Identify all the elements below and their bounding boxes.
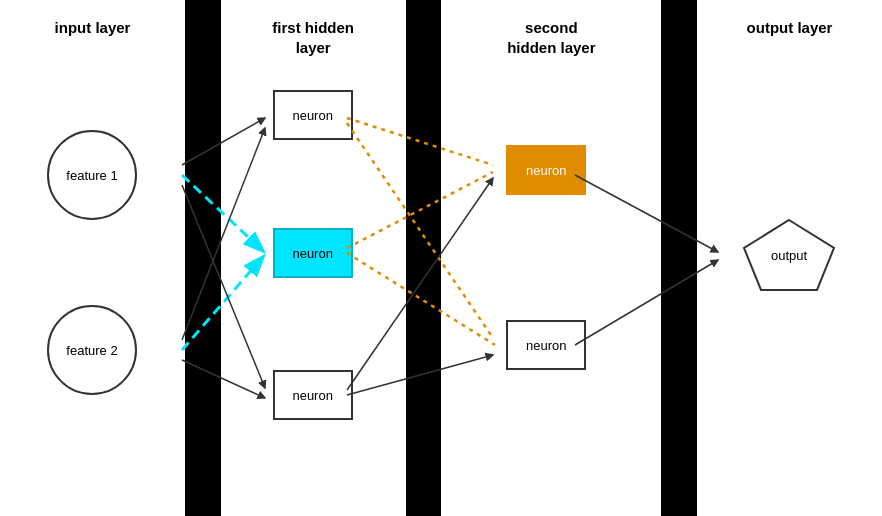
pentagon-svg: output [739,215,839,295]
second-hidden-neuron2: neuron [506,320,586,370]
neuron2-label: neuron [292,246,332,261]
input-layer-panel: input layer feature 1 feature 2 [0,0,185,516]
gap1 [185,0,221,516]
first-hidden-neuron1: neuron [273,90,353,140]
second-neuron2-label: neuron [526,338,566,353]
feature1-label: feature 1 [66,168,117,183]
feature1-node: feature 1 [47,130,137,220]
neuron3-label: neuron [292,388,332,403]
output-label: output [771,248,808,263]
output-node: output [739,215,839,295]
first-hidden-title: first hiddenlayer [272,18,354,57]
output-layer-panel: output layer output [697,0,882,516]
output-layer-title: output layer [747,18,833,38]
gap2 [406,0,442,516]
first-hidden-layer-panel: first hiddenlayer neuron neuron neuron [221,0,406,516]
gap3 [661,0,697,516]
neural-network-diagram: input layer feature 1 feature 2 first hi… [0,0,882,516]
feature2-node: feature 2 [47,305,137,395]
first-hidden-neuron2: neuron [273,228,353,278]
second-hidden-neuron1: neuron [506,145,586,195]
neuron1-label: neuron [292,108,332,123]
second-hidden-layer-panel: secondhidden layer neuron neuron [441,0,661,516]
second-hidden-title: secondhidden layer [507,18,595,57]
second-neuron1-label: neuron [526,163,566,178]
input-layer-title: input layer [55,18,131,38]
first-hidden-neuron3: neuron [273,370,353,420]
feature2-label: feature 2 [66,343,117,358]
